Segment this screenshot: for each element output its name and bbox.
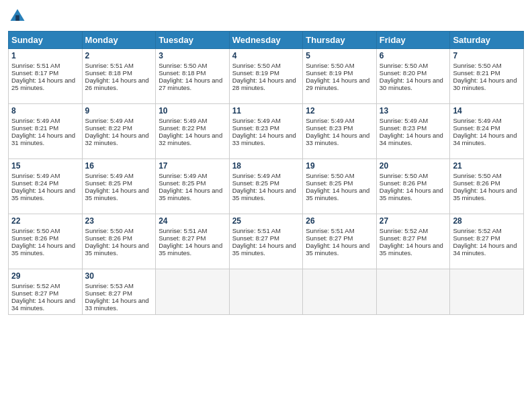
day-number: 13 <box>380 106 447 116</box>
logo-icon <box>8 7 27 26</box>
calendar-table: Sunday Monday Tuesday Wednesday Thursday… <box>8 31 524 315</box>
header-row: Sunday Monday Tuesday Wednesday Thursday… <box>9 32 524 49</box>
day-number: 14 <box>453 106 521 116</box>
table-row: 21Sunrise: 5:50 AMSunset: 8:26 PMDayligh… <box>450 159 524 214</box>
table-row: 19Sunrise: 5:50 AMSunset: 8:25 PMDayligh… <box>303 159 377 214</box>
table-row: 28Sunrise: 5:52 AMSunset: 8:27 PMDayligh… <box>450 214 524 269</box>
day-number: 26 <box>306 216 373 226</box>
day-number: 29 <box>11 271 79 281</box>
day-number: 3 <box>159 51 226 60</box>
table-row: 26Sunrise: 5:51 AMSunset: 8:27 PMDayligh… <box>303 214 377 269</box>
day-number: 10 <box>159 106 226 116</box>
day-number: 4 <box>232 51 300 60</box>
table-row: 9Sunrise: 5:49 AMSunset: 8:22 PMDaylight… <box>82 104 156 159</box>
svg-rect-1 <box>15 15 19 21</box>
table-row: 30Sunrise: 5:53 AMSunset: 8:27 PMDayligh… <box>82 269 156 315</box>
table-row: 23Sunrise: 5:50 AMSunset: 8:26 PMDayligh… <box>82 214 156 269</box>
logo <box>8 7 30 26</box>
table-row: 13Sunrise: 5:49 AMSunset: 8:23 PMDayligh… <box>376 104 450 159</box>
day-number: 28 <box>453 216 521 226</box>
col-monday: Monday <box>82 32 156 49</box>
day-number: 17 <box>159 161 226 171</box>
table-row: 29Sunrise: 5:52 AMSunset: 8:27 PMDayligh… <box>9 269 83 315</box>
col-thursday: Thursday <box>303 32 377 49</box>
table-row: 3Sunrise: 5:50 AMSunset: 8:18 PMDaylight… <box>156 49 230 104</box>
table-row: 5Sunrise: 5:50 AMSunset: 8:19 PMDaylight… <box>303 49 377 104</box>
table-row: 24Sunrise: 5:51 AMSunset: 8:27 PMDayligh… <box>156 214 230 269</box>
day-number: 8 <box>11 106 79 116</box>
table-row: 7Sunrise: 5:50 AMSunset: 8:21 PMDaylight… <box>450 49 524 104</box>
day-number: 1 <box>11 51 79 60</box>
table-row: 11Sunrise: 5:49 AMSunset: 8:23 PMDayligh… <box>229 104 303 159</box>
table-row: 22Sunrise: 5:50 AMSunset: 8:26 PMDayligh… <box>9 214 83 269</box>
table-row: 18Sunrise: 5:49 AMSunset: 8:25 PMDayligh… <box>229 159 303 214</box>
table-row: 27Sunrise: 5:52 AMSunset: 8:27 PMDayligh… <box>376 214 450 269</box>
table-row: 20Sunrise: 5:50 AMSunset: 8:26 PMDayligh… <box>376 159 450 214</box>
day-number: 24 <box>159 216 226 226</box>
day-number: 23 <box>85 216 153 226</box>
calendar-container: Sunday Monday Tuesday Wednesday Thursday… <box>0 0 532 322</box>
table-row: 1Sunrise: 5:51 AMSunset: 8:17 PMDaylight… <box>9 49 83 104</box>
table-row <box>303 269 377 315</box>
day-number: 21 <box>453 161 521 171</box>
table-row: 12Sunrise: 5:49 AMSunset: 8:23 PMDayligh… <box>303 104 377 159</box>
day-number: 9 <box>85 106 153 116</box>
col-saturday: Saturday <box>450 32 524 49</box>
table-row <box>229 269 303 315</box>
day-number: 22 <box>11 216 79 226</box>
day-number: 25 <box>232 216 300 226</box>
day-number: 19 <box>306 161 373 171</box>
table-row: 15Sunrise: 5:49 AMSunset: 8:24 PMDayligh… <box>9 159 83 214</box>
day-number: 27 <box>380 216 447 226</box>
table-row: 16Sunrise: 5:49 AMSunset: 8:25 PMDayligh… <box>82 159 156 214</box>
day-number: 5 <box>306 51 373 60</box>
day-number: 7 <box>453 51 521 60</box>
day-number: 6 <box>380 51 447 60</box>
table-row: 2Sunrise: 5:51 AMSunset: 8:18 PMDaylight… <box>82 49 156 104</box>
header <box>8 7 524 26</box>
table-row: 10Sunrise: 5:49 AMSunset: 8:22 PMDayligh… <box>156 104 230 159</box>
col-tuesday: Tuesday <box>156 32 230 49</box>
table-row: 8Sunrise: 5:49 AMSunset: 8:21 PMDaylight… <box>9 104 83 159</box>
day-number: 2 <box>85 51 153 60</box>
table-row: 6Sunrise: 5:50 AMSunset: 8:20 PMDaylight… <box>376 49 450 104</box>
day-number: 30 <box>85 271 153 281</box>
table-row <box>156 269 230 315</box>
day-number: 11 <box>232 106 300 116</box>
day-number: 20 <box>380 161 447 171</box>
table-row <box>450 269 524 315</box>
col-wednesday: Wednesday <box>229 32 303 49</box>
day-number: 18 <box>232 161 300 171</box>
table-row: 17Sunrise: 5:49 AMSunset: 8:25 PMDayligh… <box>156 159 230 214</box>
table-row: 14Sunrise: 5:49 AMSunset: 8:24 PMDayligh… <box>450 104 524 159</box>
table-row <box>376 269 450 315</box>
col-friday: Friday <box>376 32 450 49</box>
col-sunday: Sunday <box>9 32 83 49</box>
day-number: 12 <box>306 106 373 116</box>
day-number: 15 <box>11 161 79 171</box>
day-number: 16 <box>85 161 153 171</box>
table-row: 25Sunrise: 5:51 AMSunset: 8:27 PMDayligh… <box>229 214 303 269</box>
table-row: 4Sunrise: 5:50 AMSunset: 8:19 PMDaylight… <box>229 49 303 104</box>
